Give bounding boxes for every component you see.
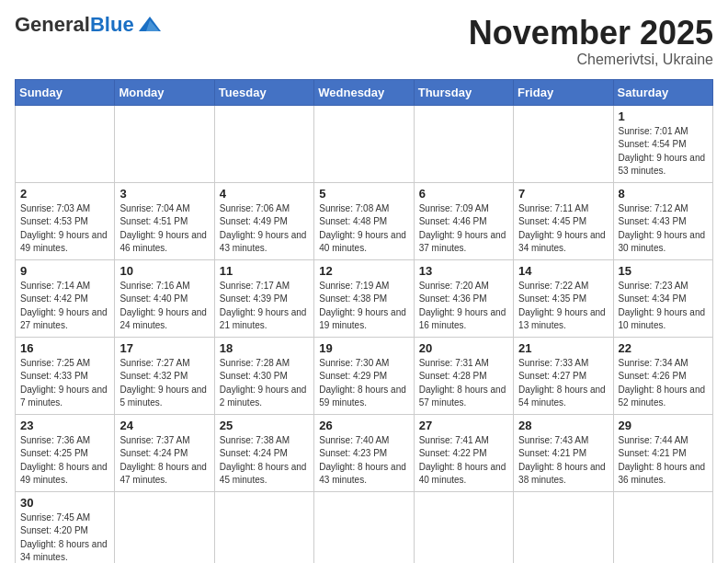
day-number: 5 <box>319 187 408 201</box>
calendar-cell: 5Sunrise: 7:08 AM Sunset: 4:48 PM Daylig… <box>314 182 414 259</box>
logo-icon <box>137 15 163 35</box>
calendar-cell: 27Sunrise: 7:41 AM Sunset: 4:22 PM Dayli… <box>414 414 513 491</box>
day-info: Sunrise: 7:33 AM Sunset: 4:27 PM Dayligh… <box>518 357 608 410</box>
day-number: 19 <box>319 341 408 355</box>
day-info: Sunrise: 7:22 AM Sunset: 4:35 PM Dayligh… <box>518 280 608 333</box>
calendar-cell <box>16 105 115 182</box>
calendar-cell <box>613 491 712 563</box>
calendar-cell <box>414 105 513 182</box>
day-info: Sunrise: 7:19 AM Sunset: 4:38 PM Dayligh… <box>319 280 408 333</box>
calendar-cell: 11Sunrise: 7:17 AM Sunset: 4:39 PM Dayli… <box>214 259 313 337</box>
calendar-cell: 13Sunrise: 7:20 AM Sunset: 4:36 PM Dayli… <box>414 259 513 337</box>
day-number: 6 <box>419 187 508 201</box>
day-number: 20 <box>419 341 508 355</box>
calendar-cell: 18Sunrise: 7:28 AM Sunset: 4:30 PM Dayli… <box>214 337 313 414</box>
weekday-header-friday: Friday <box>514 79 613 105</box>
calendar-cell: 17Sunrise: 7:27 AM Sunset: 4:32 PM Dayli… <box>115 337 214 414</box>
weekday-header-saturday: Saturday <box>613 79 712 105</box>
day-number: 2 <box>20 187 109 201</box>
day-number: 25 <box>220 419 309 432</box>
calendar-cell: 7Sunrise: 7:11 AM Sunset: 4:45 PM Daylig… <box>514 182 613 259</box>
day-number: 3 <box>119 187 209 201</box>
day-info: Sunrise: 7:27 AM Sunset: 4:32 PM Dayligh… <box>119 357 209 410</box>
calendar-cell: 15Sunrise: 7:23 AM Sunset: 4:34 PM Dayli… <box>613 259 712 337</box>
day-info: Sunrise: 7:09 AM Sunset: 4:46 PM Dayligh… <box>419 202 508 256</box>
day-number: 4 <box>220 187 309 201</box>
day-info: Sunrise: 7:01 AM Sunset: 4:54 PM Dayligh… <box>619 125 708 178</box>
day-info: Sunrise: 7:14 AM Sunset: 4:42 PM Dayligh… <box>20 280 109 333</box>
day-info: Sunrise: 7:41 AM Sunset: 4:22 PM Dayligh… <box>419 434 508 488</box>
title-area: November 2025 Chemerivtsi, Ukraine <box>469 15 713 68</box>
day-number: 21 <box>518 341 608 355</box>
calendar-cell: 12Sunrise: 7:19 AM Sunset: 4:38 PM Dayli… <box>314 259 414 337</box>
week-row-0: 1Sunrise: 7:01 AM Sunset: 4:54 PM Daylig… <box>16 105 713 182</box>
calendar-cell <box>214 105 313 182</box>
day-number: 18 <box>220 341 309 355</box>
calendar-cell: 2Sunrise: 7:03 AM Sunset: 4:53 PM Daylig… <box>16 182 115 259</box>
day-info: Sunrise: 7:04 AM Sunset: 4:51 PM Dayligh… <box>119 202 209 256</box>
weekday-header-monday: Monday <box>115 79 214 105</box>
day-number: 10 <box>119 264 209 278</box>
day-info: Sunrise: 7:16 AM Sunset: 4:40 PM Dayligh… <box>119 280 209 333</box>
day-info: Sunrise: 7:25 AM Sunset: 4:33 PM Dayligh… <box>20 357 109 410</box>
day-info: Sunrise: 7:44 AM Sunset: 4:21 PM Dayligh… <box>619 434 708 488</box>
day-info: Sunrise: 7:45 AM Sunset: 4:20 PM Dayligh… <box>20 511 109 563</box>
day-number: 14 <box>518 264 608 278</box>
day-info: Sunrise: 7:20 AM Sunset: 4:36 PM Dayligh… <box>419 280 508 333</box>
calendar-cell: 8Sunrise: 7:12 AM Sunset: 4:43 PM Daylig… <box>613 182 712 259</box>
week-row-4: 23Sunrise: 7:36 AM Sunset: 4:25 PM Dayli… <box>16 414 713 491</box>
day-number: 16 <box>20 341 109 355</box>
day-number: 27 <box>419 419 508 432</box>
calendar-cell <box>314 105 414 182</box>
day-number: 12 <box>319 264 408 278</box>
weekday-header-tuesday: Tuesday <box>214 79 313 105</box>
weekday-header-row: SundayMondayTuesdayWednesdayThursdayFrid… <box>16 79 713 105</box>
calendar-cell: 30Sunrise: 7:45 AM Sunset: 4:20 PM Dayli… <box>16 491 115 563</box>
location-title: Chemerivtsi, Ukraine <box>469 52 713 68</box>
calendar-cell: 21Sunrise: 7:33 AM Sunset: 4:27 PM Dayli… <box>514 337 613 414</box>
calendar-cell: 25Sunrise: 7:38 AM Sunset: 4:24 PM Dayli… <box>214 414 313 491</box>
calendar-cell: 10Sunrise: 7:16 AM Sunset: 4:40 PM Dayli… <box>115 259 214 337</box>
day-number: 17 <box>119 341 209 355</box>
calendar-cell <box>514 491 613 563</box>
day-number: 26 <box>319 419 408 432</box>
logo-blue-text: Blue <box>90 15 134 35</box>
day-number: 8 <box>619 187 708 201</box>
calendar-cell: 3Sunrise: 7:04 AM Sunset: 4:51 PM Daylig… <box>115 182 214 259</box>
calendar-cell: 22Sunrise: 7:34 AM Sunset: 4:26 PM Dayli… <box>613 337 712 414</box>
day-info: Sunrise: 7:08 AM Sunset: 4:48 PM Dayligh… <box>319 202 408 256</box>
week-row-2: 9Sunrise: 7:14 AM Sunset: 4:42 PM Daylig… <box>16 259 713 337</box>
calendar-cell <box>214 491 313 563</box>
calendar-cell <box>115 491 214 563</box>
day-info: Sunrise: 7:06 AM Sunset: 4:49 PM Dayligh… <box>220 202 309 256</box>
header: GeneralBlue November 2025 Chemerivtsi, U… <box>15 15 713 68</box>
day-info: Sunrise: 7:23 AM Sunset: 4:34 PM Dayligh… <box>619 280 708 333</box>
day-number: 22 <box>619 341 708 355</box>
calendar-cell <box>115 105 214 182</box>
weekday-header-thursday: Thursday <box>414 79 513 105</box>
calendar-cell: 19Sunrise: 7:30 AM Sunset: 4:29 PM Dayli… <box>314 337 414 414</box>
week-row-3: 16Sunrise: 7:25 AM Sunset: 4:33 PM Dayli… <box>16 337 713 414</box>
calendar-cell: 4Sunrise: 7:06 AM Sunset: 4:49 PM Daylig… <box>214 182 313 259</box>
month-title: November 2025 <box>469 15 713 52</box>
day-number: 28 <box>518 419 608 432</box>
day-info: Sunrise: 7:03 AM Sunset: 4:53 PM Dayligh… <box>20 202 109 256</box>
calendar-cell <box>414 491 513 563</box>
logo: GeneralBlue <box>15 15 163 35</box>
day-info: Sunrise: 7:40 AM Sunset: 4:23 PM Dayligh… <box>319 434 408 488</box>
calendar-cell: 29Sunrise: 7:44 AM Sunset: 4:21 PM Dayli… <box>613 414 712 491</box>
calendar-cell: 24Sunrise: 7:37 AM Sunset: 4:24 PM Dayli… <box>115 414 214 491</box>
day-number: 1 <box>619 109 708 123</box>
day-info: Sunrise: 7:36 AM Sunset: 4:25 PM Dayligh… <box>20 434 109 488</box>
day-info: Sunrise: 7:31 AM Sunset: 4:28 PM Dayligh… <box>419 357 508 410</box>
calendar-cell: 28Sunrise: 7:43 AM Sunset: 4:21 PM Dayli… <box>514 414 613 491</box>
day-number: 23 <box>20 419 109 432</box>
weekday-header-wednesday: Wednesday <box>314 79 414 105</box>
day-info: Sunrise: 7:43 AM Sunset: 4:21 PM Dayligh… <box>518 434 608 488</box>
day-info: Sunrise: 7:38 AM Sunset: 4:24 PM Dayligh… <box>220 434 309 488</box>
day-number: 24 <box>119 419 209 432</box>
day-info: Sunrise: 7:30 AM Sunset: 4:29 PM Dayligh… <box>319 357 408 410</box>
calendar-cell: 9Sunrise: 7:14 AM Sunset: 4:42 PM Daylig… <box>16 259 115 337</box>
calendar-cell <box>514 105 613 182</box>
day-info: Sunrise: 7:37 AM Sunset: 4:24 PM Dayligh… <box>119 434 209 488</box>
